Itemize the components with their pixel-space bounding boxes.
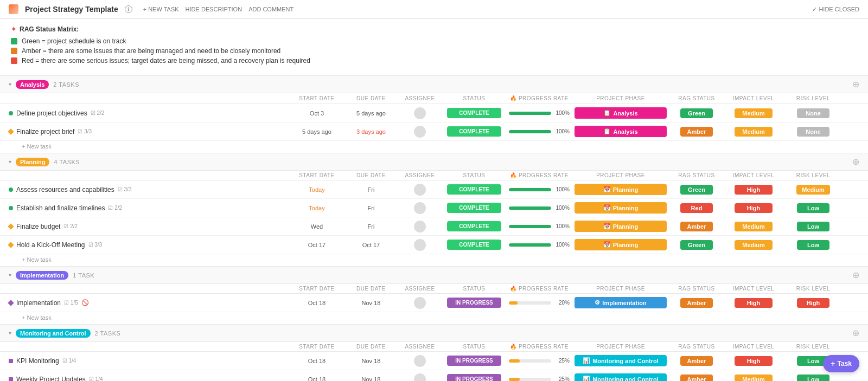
progress-percent: 20% <box>554 300 570 306</box>
info-icon[interactable]: ℹ <box>125 5 132 13</box>
section-toggle-analysis[interactable]: ▾ <box>9 81 11 87</box>
task-name-text[interactable]: Finalize budget <box>16 223 60 230</box>
rag-list: Green = project schedule is on track Amb… <box>11 37 857 64</box>
new-task-button[interactable]: + NEW TASK <box>143 6 179 12</box>
task-table: ▾ Analysis 2 TASKS ⊕ START DATEDUE DATEA… <box>0 75 868 381</box>
task-due-date: Nov 18 <box>344 300 398 306</box>
progress-bar-fill <box>509 301 518 305</box>
task-impact-level: High <box>724 185 783 195</box>
column-header: DUE DATE <box>344 286 398 292</box>
table-row[interactable]: Implementation☑ 1/5🚫Oct 18Nov 18IN PROGR… <box>0 294 868 312</box>
column-header: START DATE <box>290 95 344 101</box>
task-bullet-icon <box>9 111 13 115</box>
table-row[interactable]: Hold a Kick-Off Meeting☑ 3/3Oct 17Oct 17… <box>0 236 868 254</box>
task-name-cell: Finalize project brief☑ 3/3 <box>9 128 290 135</box>
task-name-text[interactable]: Define project objectives <box>16 109 87 117</box>
task-progress: 100% <box>507 186 572 192</box>
task-status: COMPLETE <box>442 126 507 137</box>
new-task-button[interactable]: + New task <box>0 141 868 153</box>
table-row[interactable]: Assess resources and capabilities☑ 3/3To… <box>0 180 868 199</box>
task-assignee <box>398 239 442 251</box>
section-toggle-monitoring[interactable]: ▾ <box>9 330 11 336</box>
section-add-monitoring[interactable]: ⊕ <box>852 328 859 338</box>
add-task-fab[interactable]: + Task <box>823 355 859 372</box>
column-header: RAG STATUS <box>669 344 724 350</box>
new-task-button[interactable]: + New task <box>0 254 868 266</box>
task-progress: 100% <box>507 128 572 134</box>
avatar <box>414 297 426 309</box>
section-task-count-implementation: 1 TASK <box>73 272 94 279</box>
section-add-planning[interactable]: ⊕ <box>852 157 859 167</box>
task-due-date: Oct 17 <box>344 242 398 248</box>
task-name-text[interactable]: Implementation <box>16 299 61 307</box>
task-impact-level: High <box>724 298 783 308</box>
column-header: 🔥 PROGRESS RATE <box>507 172 572 178</box>
task-name-text[interactable]: Hold a Kick-Off Meeting <box>16 241 85 249</box>
hide-description-button[interactable]: HIDE DESCRIPTION <box>186 6 242 12</box>
task-assignee <box>398 107 442 119</box>
table-row[interactable]: Weekly Project Updates☑ 1/4Oct 18Nov 18I… <box>0 370 868 381</box>
table-row[interactable]: Finalize budget☑ 2/2WedFriCOMPLETE 100% … <box>0 217 868 236</box>
task-phase: 📋Analysis <box>572 107 669 119</box>
risk-badge: Medium <box>796 185 830 195</box>
section-badge-monitoring[interactable]: Monitoring and Control <box>16 329 91 338</box>
phase-badge: 📅Planning <box>575 202 667 214</box>
column-header: RISK LEVEL <box>783 344 843 350</box>
task-phase: 📊Monitoring and Control <box>572 373 669 381</box>
task-progress: 20% <box>507 300 572 306</box>
column-header: DUE DATE <box>344 344 398 350</box>
task-name-text[interactable]: Assess resources and capabilities <box>16 186 114 193</box>
table-row[interactable]: Finalize project brief☑ 3/35 days ago3 d… <box>0 122 868 141</box>
section-toggle-implementation[interactable]: ▾ <box>9 272 11 278</box>
rag-badge: Amber <box>680 374 713 382</box>
table-row[interactable]: Define project objectives☑ 2/2Oct 35 day… <box>0 104 868 122</box>
table-row[interactable]: KPI Monitoring☑ 1/4Oct 18Nov 18IN PROGRE… <box>0 352 868 370</box>
task-start-date: Today <box>290 186 344 193</box>
hide-closed-button[interactable]: ✓ HIDE CLOSED <box>812 6 859 13</box>
status-badge: IN PROGRESS <box>447 356 501 366</box>
column-header: RISK LEVEL <box>783 95 843 101</box>
task-status: IN PROGRESS <box>442 374 507 381</box>
column-header: RAG STATUS <box>669 172 724 178</box>
risk-badge: None <box>797 108 829 118</box>
task-progress: 25% <box>507 358 572 364</box>
avatar <box>414 355 426 367</box>
progress-bar-fill <box>509 206 551 210</box>
section-badge-planning[interactable]: Planning <box>16 158 49 166</box>
task-impact-level: Medium <box>724 222 783 231</box>
rag-badge: Amber <box>680 127 713 137</box>
add-comment-button[interactable]: ADD COMMENT <box>248 6 293 12</box>
section-add-analysis[interactable]: ⊕ <box>852 79 859 89</box>
task-start-date: Oct 18 <box>290 300 344 306</box>
task-phase: 📊Monitoring and Control <box>572 355 669 366</box>
progress-bar-fill <box>509 359 520 363</box>
task-name-text[interactable]: KPI Monitoring <box>16 357 59 365</box>
red-dot-icon <box>11 57 17 64</box>
task-name-text[interactable]: Establish and finalize timelines <box>16 204 105 212</box>
section-badge-implementation[interactable]: Implementation <box>16 271 68 280</box>
section-add-implementation[interactable]: ⊕ <box>852 270 859 280</box>
task-progress: 100% <box>507 205 572 211</box>
table-row[interactable]: Establish and finalize timelines☑ 2/2Tod… <box>0 199 868 217</box>
task-due-date: Fri <box>344 186 398 193</box>
list-item: Red = there are some serious issues; tar… <box>11 57 857 64</box>
task-impact-level: Medium <box>724 108 783 118</box>
task-risk-level: Medium <box>783 185 843 195</box>
column-header: IMPACT LEVEL <box>724 286 783 292</box>
new-task-button[interactable]: + New task <box>0 312 868 324</box>
task-check: ☑ 1/5 <box>64 300 78 306</box>
phase-icon: 📊 <box>583 376 590 381</box>
header-actions: + NEW TASK HIDE DESCRIPTION ADD COMMENT <box>143 6 294 12</box>
section-toggle-planning[interactable]: ▾ <box>9 159 11 165</box>
phase-badge: 📋Analysis <box>575 107 667 119</box>
section-badge-analysis[interactable]: Analysis <box>16 80 49 89</box>
task-status: COMPLETE <box>442 221 507 231</box>
column-header: IMPACT LEVEL <box>724 172 783 178</box>
task-name-text[interactable]: Weekly Project Updates <box>16 376 86 382</box>
column-header: ASSIGNEE <box>398 95 442 101</box>
task-name-cell: Weekly Project Updates☑ 1/4 <box>9 376 290 382</box>
status-badge: IN PROGRESS <box>447 298 501 308</box>
column-header: STATUS <box>442 95 507 101</box>
task-name-text[interactable]: Finalize project brief <box>16 128 74 135</box>
risk-badge: High <box>797 298 829 308</box>
